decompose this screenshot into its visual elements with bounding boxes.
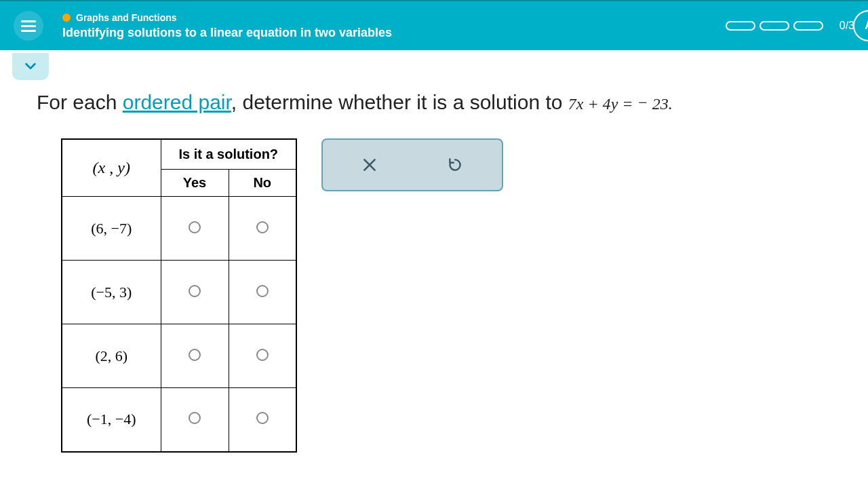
menu-icon bbox=[21, 18, 36, 35]
radio-no[interactable] bbox=[256, 221, 269, 233]
question-middle: , determine whether it is a solution to bbox=[231, 91, 568, 113]
toolbox bbox=[321, 138, 503, 191]
radio-yes[interactable] bbox=[189, 221, 201, 233]
chevron-down-icon bbox=[23, 59, 38, 74]
table-row: (−1, −4) bbox=[62, 388, 296, 452]
close-icon bbox=[361, 156, 378, 174]
radio-no[interactable] bbox=[256, 285, 269, 297]
progress-pill bbox=[726, 21, 755, 31]
progress-pill bbox=[760, 21, 789, 31]
header-is-solution: Is it a solution? bbox=[161, 139, 296, 170]
radio-yes[interactable] bbox=[189, 349, 201, 361]
header-yes: Yes bbox=[161, 170, 229, 197]
table-row: (2, 6) bbox=[62, 324, 296, 388]
reset-icon bbox=[446, 156, 464, 174]
equation-text: 7x + 4y = − 23. bbox=[568, 95, 673, 113]
expand-tab[interactable] bbox=[12, 53, 49, 80]
reset-tool[interactable] bbox=[412, 144, 498, 186]
question-text: For each ordered pair, determine whether… bbox=[37, 91, 868, 114]
title-block: Graphs and Functions Identifying solutio… bbox=[62, 12, 392, 40]
header-pair: (x , y) bbox=[62, 139, 161, 197]
pair-cell: (6, −7) bbox=[62, 197, 161, 261]
radio-no[interactable] bbox=[256, 349, 269, 361]
ordered-pair-link[interactable]: ordered pair bbox=[123, 91, 231, 113]
radio-yes[interactable] bbox=[189, 412, 201, 424]
progress-pill bbox=[793, 21, 823, 31]
radio-yes[interactable] bbox=[189, 285, 201, 297]
table-row: (6, −7) bbox=[62, 197, 296, 261]
pair-cell: (−5, 3) bbox=[62, 261, 161, 324]
category-label: Graphs and Functions bbox=[76, 12, 177, 23]
clear-tool[interactable] bbox=[327, 144, 412, 186]
pair-cell: (2, 6) bbox=[62, 324, 161, 388]
question-prefix: For each bbox=[37, 91, 123, 113]
category-dot-icon bbox=[62, 14, 71, 22]
pair-cell: (−1, −4) bbox=[62, 388, 161, 452]
top-bar: Graphs and Functions Identifying solutio… bbox=[0, 0, 868, 50]
table-row: (−5, 3) bbox=[62, 261, 296, 324]
progress-counter: 0/3 bbox=[840, 20, 854, 32]
header-no: No bbox=[229, 170, 296, 197]
side-badge[interactable]: A bbox=[853, 10, 868, 41]
menu-button[interactable] bbox=[14, 11, 43, 41]
topic-title: Identifying solutions to a linear equati… bbox=[62, 26, 392, 40]
solution-table: (x , y) Is it a solution? Yes No (6, −7)… bbox=[61, 138, 297, 453]
progress-pills bbox=[726, 21, 823, 31]
radio-no[interactable] bbox=[256, 412, 269, 424]
